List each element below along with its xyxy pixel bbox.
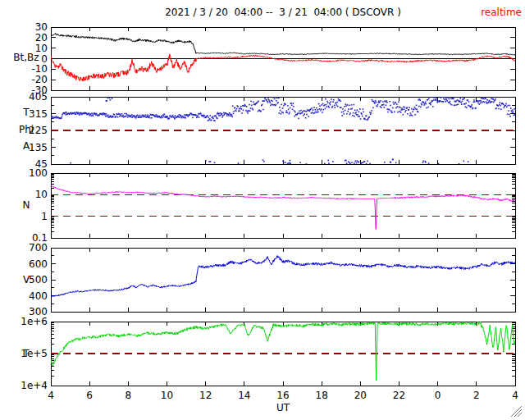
- xtick-label: 0: [435, 390, 441, 401]
- xtick-label: 22: [393, 390, 405, 401]
- series-Bt: [51, 33, 515, 55]
- corner-hatch-icon: [509, 404, 523, 418]
- panel-t: 1e+61e+51e+4: [21, 316, 515, 391]
- panel-frame: [51, 173, 515, 238]
- ytick-label: 1: [41, 211, 48, 222]
- series-T: [51, 322, 515, 381]
- ytick-label: 500: [29, 274, 48, 285]
- xtick-label: 10: [161, 390, 173, 401]
- xtick-label: 2: [473, 390, 480, 401]
- series-N: [51, 185, 515, 229]
- xtick-label: 14: [238, 390, 250, 401]
- ytick-label: 1e+5: [21, 348, 48, 359]
- xtick-label: 12: [199, 390, 212, 401]
- chart-canvas: 3020100-10-20-30405315225135451001010.17…: [0, 0, 525, 420]
- ytick-label: 400: [29, 290, 48, 302]
- xtick-label: 18: [316, 390, 328, 401]
- ytick-label: 135: [29, 142, 48, 153]
- ytick-label: 1e+6: [21, 316, 48, 327]
- panel-v: 700600500400300: [29, 242, 515, 317]
- xtick-label: 8: [126, 390, 132, 401]
- panel-phi: 40531522513545: [29, 91, 516, 170]
- ytick-label: 100: [29, 167, 48, 179]
- x-axis-label: UT: [51, 402, 515, 413]
- ytick-label: 600: [29, 258, 48, 270]
- ytick-label: 315: [29, 108, 48, 120]
- xtick-label: 6: [86, 390, 93, 401]
- panel-bt_bz: 3020100-10-20-30: [31, 21, 515, 96]
- ytick-label: 225: [29, 125, 48, 136]
- dscovr-solarwind-screen: 2021 / 3 / 20 04:00 -- 3 / 21 04:00 ( DS…: [0, 0, 525, 420]
- ytick-label: 1e+4: [21, 380, 48, 391]
- series-Bz: [51, 54, 515, 81]
- series-V: [51, 256, 515, 297]
- panel-frame: [51, 248, 515, 312]
- xtick-label: 20: [354, 390, 367, 401]
- panel-n: 1001010.1: [29, 167, 515, 244]
- xtick-label: 4: [512, 390, 518, 401]
- ytick-label: 405: [29, 91, 48, 103]
- ytick-label: 10: [35, 189, 48, 200]
- ytick-label: 700: [29, 242, 48, 253]
- xtick-label: 16: [276, 390, 289, 401]
- xtick-label: 4: [48, 390, 54, 401]
